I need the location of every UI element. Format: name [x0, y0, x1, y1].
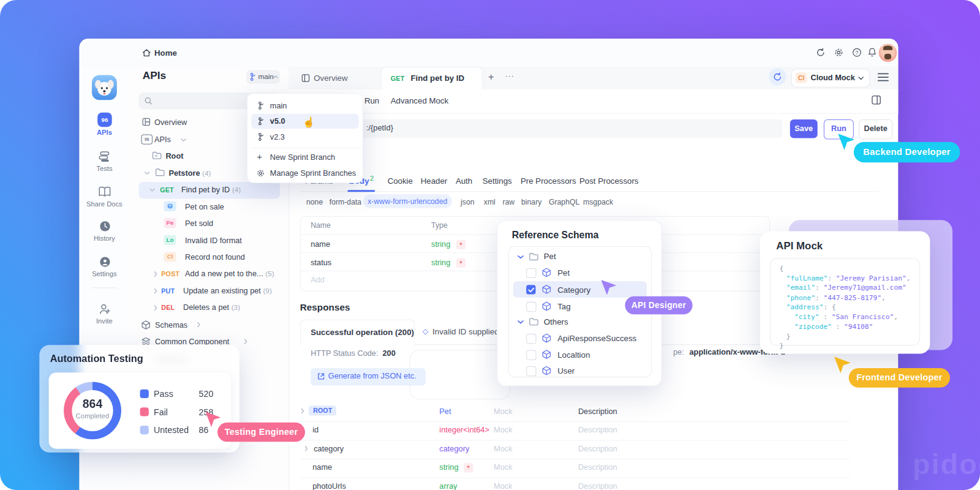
menu-item-branch-main[interactable]: main [270, 101, 287, 110]
checkbox-tag[interactable] [526, 302, 536, 312]
user-avatar[interactable] [879, 43, 897, 62]
req-tab-settings[interactable]: Settings [483, 176, 512, 186]
ref-item-tag[interactable]: Tag [557, 302, 570, 311]
tab-more-button[interactable]: ··· [505, 71, 514, 80]
callout-testing-engineer: Testing Engineer [217, 423, 305, 442]
add-param-placeholder[interactable]: Add [311, 276, 325, 284]
checkbox-pet[interactable] [526, 268, 536, 278]
rail-item-invite[interactable]: Invite [80, 317, 130, 324]
body-type-json[interactable]: json [461, 197, 474, 206]
req-tab-post-processors[interactable]: Post Processors [579, 176, 639, 186]
checkbox-localtion[interactable] [526, 350, 536, 360]
tree-item-pet-sold[interactable]: Pet sold [185, 219, 213, 228]
rail-apis-icon[interactable]: 96 [97, 113, 111, 127]
project-avatar-dog[interactable] [92, 75, 117, 100]
checkbox-user[interactable] [526, 366, 536, 376]
invite-icon[interactable] [98, 303, 111, 315]
body-type-form-data[interactable]: form-data [330, 197, 361, 206]
share-docs-icon[interactable] [97, 186, 111, 198]
tree-item-root[interactable]: Root [165, 152, 183, 160]
body-type-urlencoded-selected[interactable]: x-www-form-urlencoded [363, 194, 452, 208]
menu-item-branch-v23[interactable]: v2.3 [270, 132, 285, 141]
delete-button[interactable]: Delete [859, 119, 892, 140]
tree-item-invalid-id[interactable]: Invalid ID format [185, 236, 242, 245]
param-row-name[interactable]: name [311, 240, 330, 249]
tab-find-pet-active[interactable]: GET Find pet by ID [381, 67, 482, 90]
tree-item-pet-on-sale[interactable]: Pet on sale [185, 203, 224, 211]
tab-overview[interactable]: Overview [314, 73, 347, 82]
schema-row-category[interactable]: category [314, 445, 344, 453]
help-icon[interactable]: ? [852, 48, 862, 58]
url-input[interactable]: :/{petId} [300, 119, 783, 138]
param-row-status[interactable]: status [311, 258, 331, 266]
ref-item-category[interactable]: Category [557, 285, 590, 294]
ref-folder-pet[interactable]: Pet [544, 252, 556, 261]
body-type-raw[interactable]: raw [502, 197, 514, 206]
ref-item-user[interactable]: User [557, 366, 575, 375]
refresh-icon[interactable] [816, 48, 826, 58]
ref-item-apiresponsesuccess[interactable]: ApiResponseSuccess [557, 334, 636, 343]
required-asterisk: * [464, 463, 473, 472]
split-panel-icon[interactable] [871, 95, 881, 105]
tab-run[interactable]: Run [364, 96, 379, 105]
bell-icon[interactable] [867, 47, 877, 58]
branch-selector[interactable]: main [246, 70, 280, 83]
schema-row-name[interactable]: name [312, 463, 332, 472]
body-type-xml[interactable]: xml [484, 197, 496, 206]
tree-item-post[interactable]: Add a new pet to the... (5) [185, 270, 274, 278]
tree-item-put[interactable]: Update an existing pet (9) [183, 286, 272, 295]
checkbox-apiresponse[interactable] [526, 334, 536, 344]
ref-item-pet[interactable]: Pet [557, 268, 570, 277]
save-button[interactable]: Save [790, 119, 818, 138]
settings-icon[interactable] [99, 255, 111, 268]
automation-card: 864 Completed Pass 520 Fail 258 Untested… [49, 372, 232, 448]
menu-item-new-sprint-branch[interactable]: New Sprint Branch [270, 153, 335, 162]
tree-item-del[interactable]: Deletes a pet (3) [183, 303, 240, 312]
schema-root-desc: Description [578, 407, 617, 415]
tab-advanced-mock[interactable]: Advanced Mock [391, 96, 448, 105]
req-tab-cookie[interactable]: Cookie [388, 176, 413, 186]
search-icon [145, 97, 153, 105]
ref-folder-others[interactable]: Others [544, 317, 568, 326]
tree-item-schemas[interactable]: Schemas [155, 320, 187, 329]
req-tab-header[interactable]: Header [421, 176, 448, 186]
body-type-none[interactable]: none [306, 197, 323, 206]
gear-icon[interactable] [834, 48, 843, 58]
body-type-msgpack[interactable]: msgpack [583, 197, 613, 206]
hamburger-menu-icon[interactable] [878, 72, 889, 81]
sync-status-button[interactable] [769, 68, 786, 86]
generate-from-json-button[interactable]: Generate from JSON etc. [311, 368, 426, 386]
rail-item-history[interactable]: History [80, 235, 130, 242]
schema-row-id[interactable]: id [312, 426, 318, 434]
checkbox-category-checked[interactable] [526, 285, 535, 294]
response-tab-success[interactable]: Successful operation (200) [300, 319, 415, 345]
environment-selector[interactable]: Cl Cloud Mock [791, 69, 870, 88]
menu-item-manage-sprint-branches[interactable]: Manage Sprint Branches [270, 169, 356, 178]
tab-home[interactable]: Home [154, 48, 177, 58]
rail-item-share-docs[interactable]: Share Docs [80, 200, 130, 208]
schema-root-badge[interactable]: ROOT [309, 405, 336, 415]
ref-item-localtion[interactable]: Localtion [557, 350, 590, 359]
tree-item-apis[interactable]: APIs [154, 135, 171, 143]
schema-root-type[interactable]: Pet [439, 407, 451, 415]
req-tab-pre-processors[interactable]: Pre Processors [521, 176, 576, 186]
new-tab-button[interactable]: + [488, 71, 494, 82]
rail-item-settings[interactable]: Settings [80, 270, 130, 277]
menu-item-branch-v50[interactable]: v5.0 [270, 117, 285, 126]
tree-item-record-not-found[interactable]: Record not found [185, 253, 245, 262]
response-tab-invalid[interactable]: Invalid ID supplied [432, 327, 499, 336]
body-tab-underline [347, 190, 375, 192]
req-tab-auth[interactable]: Auth [456, 176, 472, 186]
schema-root-mock[interactable]: Mock [494, 407, 512, 415]
rail-item-apis[interactable]: APIs [80, 129, 130, 136]
tests-icon[interactable] [98, 150, 111, 163]
tree-item-overview[interactable]: Overview [154, 118, 187, 127]
body-type-graphql[interactable]: GraphQL [549, 197, 579, 206]
body-type-binary[interactable]: binary [521, 197, 541, 206]
rail-item-tests[interactable]: Tests [80, 164, 130, 172]
col-header-name: Name [311, 221, 331, 230]
history-icon[interactable] [99, 220, 111, 232]
tree-item-find-pet[interactable]: Find pet by ID (4) [181, 186, 241, 194]
tree-item-petstore[interactable]: Petstore (4) [169, 169, 211, 178]
schema-row-photourls[interactable]: photoUrls [312, 482, 346, 490]
